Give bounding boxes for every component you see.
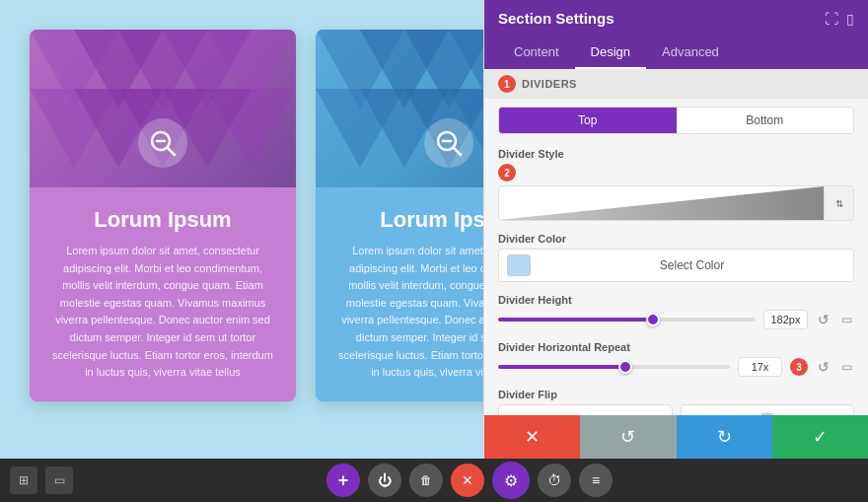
repeat-slider-track xyxy=(498,365,730,369)
panel-content: 1 Dividers Top Bottom Divider Style 2 xyxy=(484,69,868,459)
tab-content[interactable]: Content xyxy=(498,36,575,69)
settings-btn[interactable]: ⚙ xyxy=(492,462,530,499)
card-1-text: Lorem ipsum dolor sit amet, consectetur … xyxy=(49,243,276,382)
dividers-label: Dividers xyxy=(522,78,577,90)
style-preview xyxy=(499,186,824,220)
divider-height-label: Divider Height xyxy=(498,294,854,306)
repeat-slider-fill xyxy=(498,365,625,369)
divider-height-row: Divider Height 182px ↺ ▭ xyxy=(484,288,868,335)
height-value[interactable]: 182px xyxy=(763,310,808,329)
bottom-toolbar: ⊞ ▭ + ⏻ 🗑 ✕ ⚙ ⏱ ≡ xyxy=(0,459,868,502)
footer-save-btn[interactable]: ✓ xyxy=(772,415,868,459)
clock-btn[interactable]: ⏱ xyxy=(538,464,571,497)
panel-footer: ✕ ↺ ↻ ✓ xyxy=(484,415,868,459)
card-2-icon xyxy=(424,118,473,168)
divider-repeat-row: Divider Horizontal Repeat 17x 3 ↺ ▭ xyxy=(484,335,868,383)
top-bottom-tabs: Top Bottom xyxy=(498,107,854,134)
height-slider[interactable] xyxy=(498,310,756,329)
height-slider-row: 182px ↺ ▭ xyxy=(498,310,854,329)
panel-header-icons: ⛶ ▯ xyxy=(825,11,854,27)
toolbar-center: + ⏻ 🗑 ✕ ⚙ ⏱ ≡ xyxy=(81,462,858,499)
divider-repeat-label: Divider Horizontal Repeat xyxy=(498,341,854,353)
repeat-slider[interactable] xyxy=(498,357,730,377)
height-reset-btn[interactable]: ↺ xyxy=(816,310,832,329)
height-device-btn[interactable]: ▭ xyxy=(839,311,854,328)
card-1-header xyxy=(30,30,296,187)
add-btn[interactable]: + xyxy=(326,464,360,497)
card-1-title: Lorum Ipsum xyxy=(49,207,276,233)
footer-redo-btn[interactable]: ↻ xyxy=(677,415,772,459)
svg-line-24 xyxy=(454,148,462,156)
footer-cancel-btn[interactable]: ✕ xyxy=(484,415,580,459)
repeat-device-btn[interactable]: ▭ xyxy=(839,358,854,376)
tablet-view-btn[interactable]: ▭ xyxy=(45,466,73,494)
minimize-icon-btn[interactable]: ▯ xyxy=(846,11,854,27)
settings-panel: Section Settings ⛶ ▯ Content Design Adva… xyxy=(483,0,868,459)
svg-marker-26 xyxy=(499,186,824,220)
repeat-reset-btn[interactable]: ↺ xyxy=(816,357,832,377)
panel-title: Section Settings xyxy=(498,10,615,27)
height-slider-track xyxy=(498,318,756,322)
tab-bottom[interactable]: Bottom xyxy=(677,108,854,133)
toolbar-left: ⊞ ▭ xyxy=(10,466,73,494)
badge-3: 3 xyxy=(790,358,808,376)
close-btn[interactable]: ✕ xyxy=(451,464,484,497)
panel-header: Section Settings ⛶ ▯ xyxy=(484,0,868,36)
tab-advanced[interactable]: Advanced xyxy=(646,36,735,69)
card-1-body: Lorum Ipsum Lorem ipsum dolor sit amet, … xyxy=(30,187,296,401)
color-row[interactable]: Select Color xyxy=(498,249,854,282)
divider-style-label: Divider Style xyxy=(498,148,854,160)
badge-1: 1 xyxy=(498,75,516,93)
repeat-value[interactable]: 17x xyxy=(738,357,782,377)
bars-btn[interactable]: ≡ xyxy=(579,464,613,497)
repeat-slider-thumb[interactable] xyxy=(618,360,632,374)
divider-style-row: Divider Style 2 xyxy=(484,142,868,227)
panel-tabs: Content Design Advanced xyxy=(484,36,868,69)
tab-design[interactable]: Design xyxy=(575,36,646,69)
style-selector[interactable]: ⇅ xyxy=(498,185,854,221)
tab-top[interactable]: Top xyxy=(499,108,677,133)
color-swatch[interactable] xyxy=(507,254,531,276)
footer-reset-btn[interactable]: ↺ xyxy=(580,415,676,459)
power-btn[interactable]: ⏻ xyxy=(368,464,401,497)
height-slider-thumb[interactable] xyxy=(646,313,660,326)
style-arrow[interactable]: ⇅ xyxy=(824,186,853,220)
expand-icon-btn[interactable]: ⛶ xyxy=(825,11,838,27)
divider-color-row: Divider Color Select Color xyxy=(484,227,868,288)
select-color-label: Select Color xyxy=(539,258,845,272)
repeat-slider-row: 17x 3 ↺ ▭ xyxy=(498,357,854,377)
badge-2: 2 xyxy=(498,164,516,181)
grid-view-btn[interactable]: ⊞ xyxy=(10,466,37,494)
dividers-section-header: 1 Dividers xyxy=(484,69,868,99)
divider-flip-label: Divider Flip xyxy=(498,389,854,400)
divider-color-label: Divider Color xyxy=(498,233,854,245)
trash-btn[interactable]: 🗑 xyxy=(409,464,443,497)
card-1: Lorum Ipsum Lorem ipsum dolor sit amet, … xyxy=(30,30,296,401)
svg-line-11 xyxy=(168,148,176,156)
height-slider-fill xyxy=(498,318,653,322)
card-1-icon xyxy=(138,118,187,168)
